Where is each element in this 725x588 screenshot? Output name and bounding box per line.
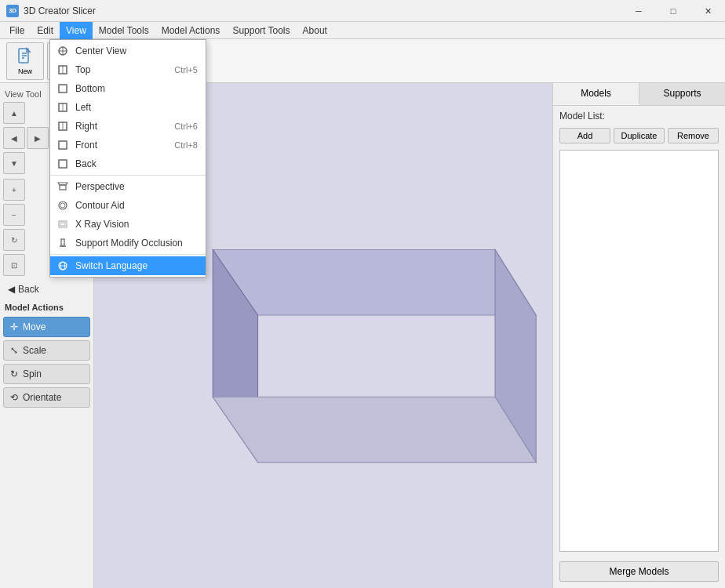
perspective-label: Perspective <box>75 181 125 192</box>
svg-point-26 <box>59 201 67 209</box>
menu-switch-language[interactable]: Switch Language <box>50 256 206 275</box>
svg-marker-10 <box>213 397 536 462</box>
contour-aid-label: Contour Aid <box>75 200 125 211</box>
window-controls: ─ □ ✕ <box>621 0 725 22</box>
title-bar: 3D 3D Creator Slicer ─ □ ✕ <box>0 0 725 22</box>
spin-icon: ↻ <box>10 368 18 379</box>
scale-icon: ⤡ <box>10 345 18 356</box>
front-view-icon <box>56 139 69 151</box>
back-view-label: Back <box>75 158 97 169</box>
menu-about[interactable]: About <box>297 22 333 39</box>
menu-support-modify[interactable]: Support Modify Occlusion <box>50 234 206 252</box>
right-shortcut: Ctrl+6 <box>174 122 198 131</box>
orientate-button[interactable]: ⟲ Orientate <box>3 387 90 408</box>
center-view-label: Center View <box>75 45 126 56</box>
back-button[interactable]: ◀ Back <box>3 281 90 298</box>
menu-contour-aid[interactable]: Contour Aid <box>50 196 206 215</box>
app-icon: 3D <box>6 5 19 17</box>
menu-top[interactable]: Top Ctrl+5 <box>50 60 206 79</box>
bottom-view-label: Bottom <box>75 83 105 94</box>
merge-models-button[interactable]: Merge Models <box>559 561 719 582</box>
svg-rect-31 <box>60 245 66 247</box>
support-modify-icon <box>56 237 69 249</box>
view-dropdown-menu: Center View Top Ctrl+5 Bottom Left Right… <box>49 39 206 278</box>
menu-perspective[interactable]: Perspective <box>50 177 206 196</box>
toolbar-new[interactable]: New <box>6 42 44 80</box>
top-view-label: Top <box>75 64 90 75</box>
model-list-label: Model List: <box>553 106 725 125</box>
maximize-button[interactable]: □ <box>656 0 690 22</box>
fit-button[interactable]: ⊡ <box>3 254 25 276</box>
model-buttons: Add Duplicate Remove <box>553 125 725 147</box>
top-shortcut: Ctrl+5 <box>174 65 198 74</box>
menu-view[interactable]: View <box>60 22 93 39</box>
move-button[interactable]: ✛ Move <box>3 317 90 337</box>
xray-label: X Ray Vision <box>75 219 129 230</box>
minimize-button[interactable]: ─ <box>621 0 656 22</box>
menu-front[interactable]: Front Ctrl+8 <box>50 136 206 154</box>
svg-point-27 <box>60 203 65 208</box>
right-view-label: Right <box>75 121 97 132</box>
svg-rect-25 <box>60 185 66 190</box>
nav-left-button[interactable]: ◀ <box>3 127 25 149</box>
svg-rect-24 <box>59 160 67 168</box>
center-view-icon <box>56 45 69 57</box>
spin-button[interactable]: ↻ Spin <box>3 364 90 384</box>
panel-tabs: Models Supports <box>553 83 725 106</box>
add-button[interactable]: Add <box>559 128 610 143</box>
svg-rect-29 <box>60 223 65 226</box>
zoom-out-button[interactable]: − <box>3 204 25 226</box>
bottom-view-icon <box>56 82 69 95</box>
zoom-in-button[interactable]: + <box>3 179 25 201</box>
top-view-icon <box>56 64 69 76</box>
close-button[interactable]: ✕ <box>690 0 725 22</box>
remove-button[interactable]: Remove <box>668 128 719 143</box>
duplicate-button[interactable]: Duplicate <box>614 128 665 143</box>
menu-support-tools[interactable]: Support Tools <box>226 22 296 39</box>
scale-button[interactable]: ⤡ Scale <box>3 340 90 361</box>
menu-model-actions[interactable]: Model Actions <box>155 22 227 39</box>
menu-model-tools[interactable]: Model Tools <box>93 22 155 39</box>
move-icon: ✛ <box>10 321 18 332</box>
nav-up-button[interactable]: ▲ <box>3 102 25 124</box>
menu-back[interactable]: Back <box>50 154 206 173</box>
language-icon <box>56 260 69 272</box>
rotate-button[interactable]: ↻ <box>3 229 25 251</box>
menu-left[interactable]: Left <box>50 98 206 117</box>
menu-right[interactable]: Right Ctrl+6 <box>50 117 206 136</box>
menu-file[interactable]: File <box>3 22 31 39</box>
menu-center-view[interactable]: Center View <box>50 42 206 60</box>
left-view-label: Left <box>75 102 91 113</box>
tab-models[interactable]: Models <box>553 83 639 105</box>
svg-rect-30 <box>61 239 64 245</box>
left-view-icon <box>56 101 69 114</box>
nav-right-button[interactable]: ▶ <box>27 127 49 149</box>
front-view-label: Front <box>75 140 97 151</box>
xray-icon <box>56 218 69 230</box>
back-view-icon <box>56 158 69 170</box>
svg-marker-7 <box>213 250 536 315</box>
model-actions-label: Model Actions <box>3 298 90 315</box>
separator-1 <box>50 175 206 176</box>
perspective-icon <box>56 180 69 193</box>
menu-bar: File Edit View Model Tools Model Actions… <box>0 22 725 39</box>
menu-edit[interactable]: Edit <box>31 22 60 39</box>
svg-rect-18 <box>59 85 67 93</box>
right-panel: Models Supports Model List: Add Duplicat… <box>552 83 725 588</box>
separator-2 <box>50 254 206 255</box>
contour-aid-icon <box>56 199 69 212</box>
back-arrow-icon: ◀ <box>8 284 15 295</box>
menu-bottom[interactable]: Bottom <box>50 79 206 98</box>
nav-down-button[interactable]: ▼ <box>3 152 25 174</box>
orientate-icon: ⟲ <box>10 392 18 403</box>
model-list-area <box>559 150 719 552</box>
support-modify-label: Support Modify Occlusion <box>75 238 183 249</box>
tab-supports[interactable]: Supports <box>639 83 725 105</box>
front-shortcut: Ctrl+8 <box>174 140 198 150</box>
right-view-icon <box>56 120 69 132</box>
menu-xray[interactable]: X Ray Vision <box>50 215 206 234</box>
svg-rect-23 <box>59 141 67 149</box>
switch-language-label: Switch Language <box>75 260 148 271</box>
window-title: 3D Creator Slicer <box>24 5 96 16</box>
